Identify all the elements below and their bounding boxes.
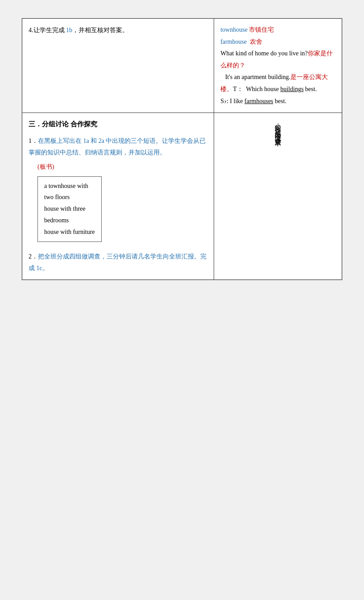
farmhouse-cn: 农舍 [250,38,262,45]
step2-block: 2．把全班分成四组做调查，三分钟后请几名学生向全班汇报。完成 1c。 [29,251,207,274]
answer-it: It's an apartment building. [220,74,290,80]
answer-line1: It's an apartment building.是一座公寓大楼。T： Wh… [220,71,335,95]
question-en: What kind of home do you live in? [220,50,308,57]
top-right-cell: townhouse 市镇住宅 farmhouse 农舍 What kind of… [214,19,342,113]
step4-1b: 1b [66,27,72,33]
step4-text: 4.让学生完成 [29,27,66,33]
blackboard-box: a townhouse with two floors house with t… [37,176,102,242]
answer-line2: S₇: I like farmhouses best. [220,96,335,108]
top-row: 4.让学生完成 1b，并相互核对答案。 townhouse 市镇住宅 farmh… [22,19,342,113]
page: 4.让学生完成 1b，并相互核对答案。 townhouse 市镇住宅 farmh… [21,18,343,280]
vocab-farmhouse: farmhouse 农舍 [220,36,335,48]
step2-num: 2． [29,253,38,260]
step2-content: 把全班分成四组做调查，三分钟后请几名学生向全班汇报。完成 1c。 [29,253,207,271]
board-label: (板书) [37,161,207,173]
board-line-5: house with furniture [44,226,95,238]
bottom-left-cell: 三．分组讨论 合作探究 1．在黑板上写出在 1a 和 2a 中出现的三个短语。让… [22,113,214,280]
townhouse-cn: 市镇住宅 [249,26,274,33]
vocab-townhouse: townhouse 市镇住宅 [220,24,335,36]
s7-label: S₇: I like farmhouses best. [220,98,286,104]
townhouse-en: townhouse [220,26,248,33]
top-left-cell: 4.让学生完成 1b，并相互核对答案。 [22,19,214,113]
answer-t: T： Which house buildings best. [233,86,317,92]
board-line-4: bedrooms [44,215,95,226]
board-line-1: a townhouse with [44,180,95,192]
main-table: 4.让学生完成 1b，并相互核对答案。 townhouse 市镇住宅 farmh… [22,18,342,280]
bottom-row: 三．分组讨论 合作探究 1．在黑板上写出在 1a 和 2a 中出现的三个短语。让… [22,113,342,280]
question-line: What kind of home do you live in?你家是什么样的… [220,48,335,71]
board-line-3: house with three [44,203,95,215]
section-title: 三．分组讨论 合作探究 [29,118,207,131]
buildings-underline: buildings [280,86,303,92]
board-line-2: two floors [44,192,95,203]
step1-block: 1．在黑板上写出在 1a 和 2a 中出现的三个短语。让学生学会从已掌握的知识中… [29,135,207,158]
board-label-text: (板书) [37,163,54,170]
step1-content: 在黑板上写出在 1a 和 2a 中出现的三个短语。让学生学会从已掌握的知识中总结… [29,138,206,156]
farmhouses-underline: farmhouses [244,98,273,104]
vertical-group-text: 小组合作完成组内交流课堂展示 [273,118,284,137]
top-left-text: 4.让学生完成 1b，并相互核对答案。 [29,24,207,37]
right-content: townhouse 市镇住宅 farmhouse 农舍 What kind of… [220,24,335,107]
step4-rest: ，并相互核对答案。 [72,27,128,33]
bottom-right-cell: 小组合作完成组内交流课堂展示 [214,113,342,280]
farmhouse-en: farmhouse [220,38,247,45]
step1-num: 1． [29,138,38,144]
